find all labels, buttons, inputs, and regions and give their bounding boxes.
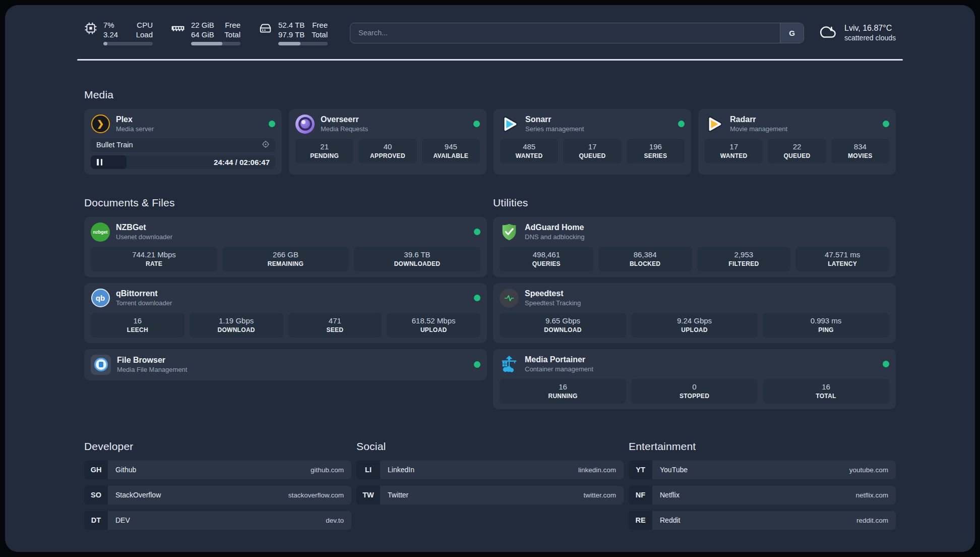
section-title-documents: Documents & Files	[84, 197, 487, 209]
disk-free-value: 52.4 TB	[278, 20, 304, 30]
link-github[interactable]: GH Githubgithub.com	[84, 461, 351, 479]
link-domain: linkedin.com	[578, 466, 616, 474]
sonarr-icon	[500, 115, 519, 134]
weather-location-temp: Lviv, 16.87°C	[844, 23, 896, 33]
stat-box: 834MOVIES	[831, 139, 889, 163]
stat-box: 498,461QUERIES	[500, 247, 593, 271]
app-title: Overseerr	[321, 115, 368, 125]
link-twitter[interactable]: TW Twittertwitter.com	[356, 486, 624, 505]
app-subtitle: Container management	[525, 365, 593, 373]
stat-box: 47.571 msLATENCY	[795, 247, 889, 271]
now-playing-row: Bullet Train	[91, 138, 275, 152]
link-abbr-badge: RE	[629, 511, 652, 530]
nzbget-icon: nzbget	[91, 222, 110, 242]
link-name: DEV	[115, 516, 130, 524]
app-title: Media Portainer	[525, 355, 593, 365]
app-title: File Browser	[117, 355, 187, 365]
app-subtitle: Speedtest Tracking	[525, 299, 581, 307]
stat-box: 9.65 GbpsDOWNLOAD	[500, 313, 626, 338]
app-card-speedtest[interactable]: Speedtest Speedtest Tracking 9.65 GbpsDO…	[493, 283, 896, 343]
link-stackoverflow[interactable]: SO StackOverflowstackoverflow.com	[84, 486, 351, 505]
now-playing-title: Bullet Train	[96, 141, 133, 149]
stat-box: 196SERIES	[627, 139, 685, 163]
section-title-entertainment: Entertainment	[629, 440, 896, 453]
playback-time: 24:44 / 02:06:47	[214, 158, 275, 166]
stat-box: 0STOPPED	[631, 379, 758, 404]
memory-total-label: Total	[224, 30, 240, 39]
app-subtitle: Media File Management	[117, 365, 187, 374]
app-card-plex[interactable]: ❯ Plex Media server Bullet Train	[84, 109, 282, 175]
cpu-icon	[84, 22, 97, 37]
search-engine-button[interactable]: G	[780, 23, 804, 43]
app-card-radarr[interactable]: Radarr Movie management 17WANTED 22QUEUE…	[698, 109, 896, 175]
header-divider	[77, 59, 903, 61]
playback-progress-bar[interactable]: 24:44 / 02:06:47	[91, 155, 275, 169]
stat-box: 40APPROVED	[358, 139, 416, 163]
link-dev[interactable]: DT DEVdev.to	[84, 511, 351, 530]
section-title-media: Media	[84, 89, 896, 101]
link-youtube[interactable]: YT YouTubeyoutube.com	[629, 461, 896, 479]
app-card-portainer[interactable]: Media Portainer Container management 16R…	[493, 349, 896, 409]
link-name: Netflix	[660, 491, 680, 499]
app-card-adguard[interactable]: AdGuard Home DNS and adblocking 498,461Q…	[493, 217, 896, 277]
app-card-nzbget[interactable]: nzbget NZBGet Usenet downloader 744.21 M…	[84, 217, 487, 277]
cpu-widget: 7%3.24 CPULoad	[84, 20, 153, 45]
app-title: NZBGet	[116, 222, 172, 233]
link-domain: dev.to	[326, 517, 344, 524]
status-online-dot	[883, 361, 889, 367]
disk-free-label: Free	[312, 20, 328, 30]
ram-icon	[171, 22, 185, 37]
search-bar: G	[350, 23, 804, 43]
memory-free-label: Free	[224, 20, 240, 30]
section-title-utilities: Utilities	[493, 197, 896, 209]
app-subtitle: Usenet downloader	[116, 233, 172, 241]
filebrowser-icon	[91, 355, 111, 375]
stat-box: 86,384BLOCKED	[598, 247, 692, 271]
status-online-dot	[678, 121, 685, 127]
link-domain: reddit.com	[856, 517, 888, 524]
search-input[interactable]	[350, 23, 780, 43]
load-label: Load	[136, 30, 153, 39]
app-card-qbittorrent[interactable]: qb qBittorrent Torrent downloader 16LEEC…	[84, 283, 487, 343]
link-domain: github.com	[311, 466, 344, 474]
radarr-icon	[705, 115, 724, 134]
stat-box: 485WANTED	[500, 139, 558, 163]
status-online-dot	[269, 121, 275, 127]
section-title-social: Social	[356, 440, 624, 453]
app-subtitle: Media server	[116, 125, 154, 133]
disk-icon	[259, 22, 272, 37]
link-netflix[interactable]: NF Netflixnetflix.com	[629, 486, 896, 505]
link-domain: youtube.com	[849, 466, 888, 474]
app-card-overseerr[interactable]: Overseerr Media Requests 21PENDING 40APP…	[289, 109, 486, 175]
hardware-stats: 7%3.24 CPULoad 22 GiB64 GiB FreeTotal	[84, 20, 328, 45]
stat-box: 945AVAILABLE	[422, 139, 480, 163]
stat-box: 16LEECH	[91, 313, 185, 338]
pause-icon[interactable]	[97, 159, 102, 165]
link-name: StackOverflow	[115, 491, 161, 499]
disk-total-label: Total	[312, 30, 328, 39]
link-reddit[interactable]: RE Redditreddit.com	[629, 511, 896, 530]
link-abbr-badge: LI	[356, 461, 380, 479]
link-abbr-badge: GH	[84, 461, 108, 479]
stat-box: 16TOTAL	[763, 379, 889, 404]
app-title: Speedtest	[525, 289, 581, 299]
app-card-filebrowser[interactable]: File Browser Media File Management	[84, 349, 487, 380]
overseerr-icon	[295, 115, 315, 134]
app-subtitle: Media Requests	[321, 125, 368, 133]
link-linkedin[interactable]: LI LinkedInlinkedin.com	[356, 461, 624, 479]
app-card-sonarr[interactable]: Sonarr Series management 485WANTED 17QUE…	[494, 109, 691, 175]
video-settings-icon[interactable]	[262, 140, 270, 150]
memory-progress-bar	[191, 42, 240, 45]
stat-box: 2,953FILTERED	[697, 247, 791, 271]
adguard-shield-icon	[500, 222, 519, 242]
app-title: Radarr	[730, 115, 787, 125]
link-name: Reddit	[660, 516, 680, 524]
section-title-developer: Developer	[84, 440, 351, 453]
stat-box: 21PENDING	[295, 139, 353, 163]
disk-widget: 52.4 TB97.9 TB FreeTotal	[259, 20, 328, 45]
stat-box: 618.52 MbpsUPLOAD	[387, 313, 480, 338]
app-subtitle: Torrent downloader	[116, 299, 172, 307]
link-domain: stackoverflow.com	[288, 491, 344, 499]
stat-box: 0.993 msPING	[763, 313, 889, 338]
qbittorrent-icon: qb	[91, 289, 110, 308]
